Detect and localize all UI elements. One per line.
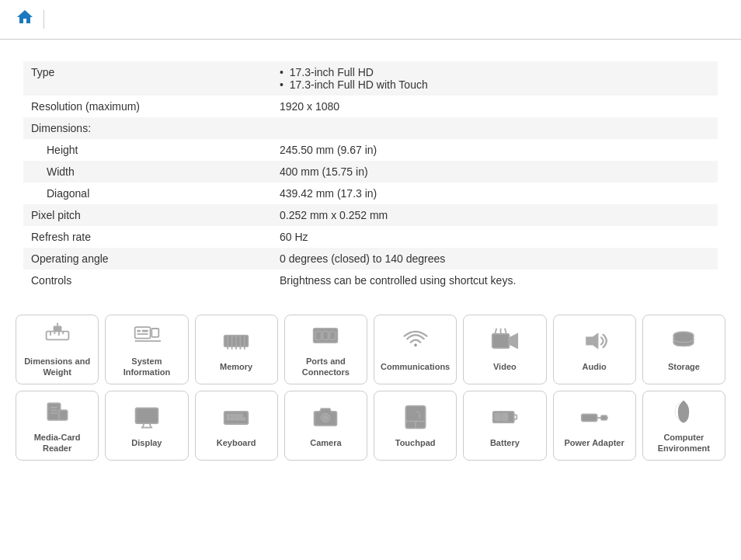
nav-label-communications: Communications bbox=[381, 362, 450, 372]
nav-item-storage[interactable]: Storage bbox=[642, 315, 725, 384]
svg-rect-5 bbox=[53, 326, 61, 332]
power-icon bbox=[580, 403, 608, 433]
svg-rect-61 bbox=[582, 414, 597, 421]
spec-label: Resolution (maximum) bbox=[23, 96, 272, 117]
svg-rect-47 bbox=[227, 418, 230, 420]
nav-row-2: Media-Card Reader Display Keyboard Camer… bbox=[16, 391, 725, 461]
svg-rect-49 bbox=[235, 418, 245, 420]
nav-label-ports-connectors: Ports and Connectors bbox=[290, 357, 362, 377]
svg-rect-26 bbox=[330, 332, 336, 340]
svg-rect-27 bbox=[492, 334, 510, 348]
ports-icon bbox=[311, 322, 339, 352]
nav-label-computer-environment: Computer Environment bbox=[648, 433, 720, 453]
nav-label-video: Video bbox=[493, 362, 517, 372]
nav-item-ports-connectors[interactable]: Ports and Connectors bbox=[284, 315, 367, 384]
nav-item-memory[interactable]: Memory bbox=[195, 315, 278, 384]
spec-label: Pixel pitch bbox=[23, 204, 272, 226]
mediacard-icon bbox=[43, 398, 71, 428]
svg-line-28 bbox=[495, 329, 496, 334]
nav-label-storage: Storage bbox=[668, 362, 700, 372]
svg-point-51 bbox=[324, 416, 328, 419]
nav-label-keyboard: Keyboard bbox=[217, 438, 256, 448]
svg-rect-6 bbox=[135, 328, 151, 339]
svg-rect-46 bbox=[240, 414, 243, 416]
svg-rect-11 bbox=[137, 334, 148, 336]
nav-item-keyboard[interactable]: Keyboard bbox=[195, 391, 278, 461]
nav-label-audio: Audio bbox=[583, 362, 607, 372]
svg-marker-31 bbox=[586, 332, 598, 350]
spec-label: Operating angle bbox=[23, 248, 272, 270]
header bbox=[0, 0, 741, 40]
ruler-icon bbox=[43, 322, 71, 352]
nav-item-media-card-reader[interactable]: Media-Card Reader bbox=[16, 391, 99, 461]
display-icon bbox=[133, 403, 161, 433]
camera-icon bbox=[311, 403, 339, 433]
nav-label-display: Display bbox=[131, 438, 162, 448]
nav-item-touchpad[interactable]: Touchpad bbox=[374, 391, 457, 461]
main-content: Type17.3-inch Full HD17.3-inch Full HD w… bbox=[0, 40, 741, 307]
spec-value: 439.42 mm (17.3 in) bbox=[272, 183, 718, 204]
touchpad-icon bbox=[402, 403, 430, 433]
spec-value: 60 Hz bbox=[272, 226, 718, 248]
storage-icon bbox=[670, 327, 698, 357]
spec-value bbox=[272, 117, 718, 139]
svg-rect-63 bbox=[601, 416, 607, 419]
spec-label: Dimensions: bbox=[23, 117, 272, 139]
spec-label: Diagonal bbox=[23, 183, 272, 204]
home-icon[interactable] bbox=[16, 8, 34, 31]
svg-rect-43 bbox=[227, 414, 230, 416]
nav-label-dimensions-weight: Dimensions and Weight bbox=[21, 357, 93, 377]
nav-item-system-information[interactable]: System Information bbox=[105, 315, 188, 384]
spec-value: 0 degrees (closed) to 140 degrees bbox=[272, 248, 718, 270]
spec-value: 0.252 mm x 0.252 mm bbox=[272, 204, 718, 226]
nav-item-display[interactable]: Display bbox=[105, 391, 188, 461]
svg-rect-24 bbox=[316, 332, 322, 340]
svg-rect-60 bbox=[502, 413, 507, 420]
spec-label: Refresh rate bbox=[23, 226, 272, 248]
nav-label-touchpad: Touchpad bbox=[395, 438, 436, 448]
spec-label: Height bbox=[23, 139, 272, 161]
svg-rect-59 bbox=[495, 413, 500, 420]
nav-item-communications[interactable]: Communications bbox=[374, 315, 457, 384]
nav-item-audio[interactable]: Audio bbox=[553, 315, 636, 384]
spec-value: 1920 x 1080 bbox=[272, 96, 718, 117]
svg-rect-25 bbox=[323, 332, 329, 340]
specs-table: Type17.3-inch Full HD17.3-inch Full HD w… bbox=[23, 61, 718, 291]
wifi-icon bbox=[402, 327, 430, 357]
nav-label-camera: Camera bbox=[310, 438, 341, 448]
svg-rect-7 bbox=[151, 329, 158, 337]
audio-icon bbox=[580, 327, 608, 357]
nav-label-power-adapter: Power Adapter bbox=[565, 438, 624, 448]
spec-value: 245.50 mm (9.67 in) bbox=[272, 139, 718, 161]
nav-label-media-card-reader: Media-Card Reader bbox=[21, 433, 93, 453]
nav-label-battery: Battery bbox=[490, 438, 520, 448]
nav-label-memory: Memory bbox=[220, 362, 252, 372]
spec-value: Brightness can be controlled using short… bbox=[272, 270, 718, 291]
battery-icon bbox=[491, 403, 519, 433]
sysinfo-icon bbox=[133, 322, 161, 352]
spec-value: 17.3-inch Full HD17.3-inch Full HD with … bbox=[272, 61, 718, 96]
spec-label: Controls bbox=[23, 270, 272, 291]
header-divider bbox=[43, 10, 44, 29]
svg-rect-38 bbox=[135, 408, 158, 423]
svg-rect-44 bbox=[231, 414, 235, 416]
nav-item-camera[interactable]: Camera bbox=[284, 391, 367, 461]
nav-item-power-adapter[interactable]: Power Adapter bbox=[553, 391, 636, 461]
nav-item-video[interactable]: Video bbox=[463, 315, 546, 384]
spec-label: Type bbox=[23, 61, 272, 96]
svg-line-30 bbox=[505, 329, 506, 334]
nav-item-dimensions-weight[interactable]: Dimensions and Weight bbox=[16, 315, 99, 384]
bottom-nav: Dimensions and Weight System Information… bbox=[0, 307, 741, 482]
svg-rect-45 bbox=[235, 414, 238, 416]
svg-rect-0 bbox=[46, 332, 68, 340]
nav-label-system-information: System Information bbox=[110, 357, 183, 377]
nav-item-battery[interactable]: Battery bbox=[463, 391, 546, 461]
video-icon bbox=[491, 327, 519, 357]
svg-rect-9 bbox=[137, 330, 141, 332]
keyboard-icon bbox=[222, 403, 250, 433]
spec-value: 400 mm (15.75 in) bbox=[272, 161, 718, 183]
nav-item-computer-environment[interactable]: Computer Environment bbox=[642, 391, 725, 461]
svg-rect-10 bbox=[142, 330, 148, 332]
svg-rect-48 bbox=[231, 418, 235, 420]
spec-label: Width bbox=[23, 161, 272, 183]
